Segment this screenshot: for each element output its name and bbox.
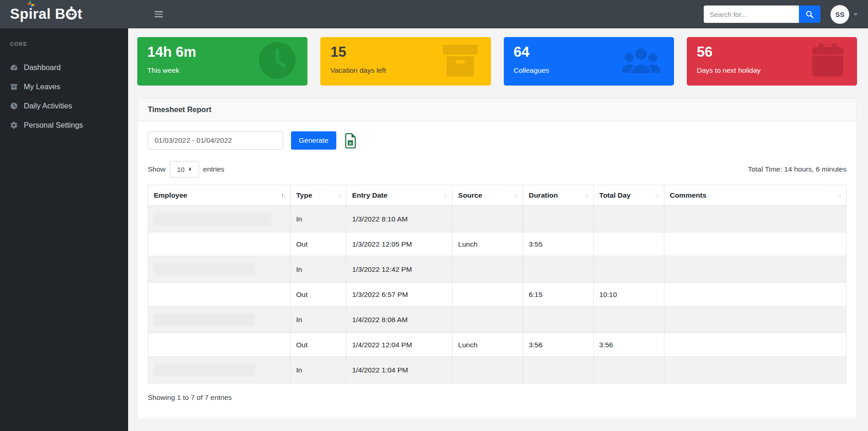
- column-label: Entry Date: [352, 191, 388, 199]
- sort-arrows-icon: ↑↓: [337, 192, 340, 199]
- column-label: Comments: [670, 191, 706, 199]
- sidebar-toggle-button[interactable]: [152, 8, 166, 20]
- cell-type: Out: [291, 232, 346, 256]
- cell-entry-date: 1/3/2022 6:57 PM: [346, 283, 453, 307]
- cell-duration: 3:56: [523, 333, 593, 357]
- redacted-employee-name: [154, 263, 255, 275]
- entries-label: entries: [203, 165, 225, 173]
- cell-duration: [523, 307, 593, 333]
- cell-source: Lunch: [453, 232, 523, 256]
- sort-arrows-icon: ↑↓: [584, 192, 588, 199]
- column-label: Type: [296, 191, 312, 199]
- cell-comments: [664, 357, 846, 383]
- stat-card-this-week: 14h 6mThis week: [137, 37, 307, 86]
- generate-button[interactable]: Generate: [291, 131, 336, 150]
- sidebar-item-label: My Leaves: [24, 82, 60, 91]
- cell-comments: [664, 256, 846, 283]
- cell-comments: [664, 206, 846, 232]
- search-bar: [704, 5, 820, 23]
- column-label: Employee: [154, 191, 187, 199]
- sidebar-item-daily-activities[interactable]: Daily Activities: [0, 96, 128, 115]
- column-label: Duration: [528, 191, 558, 199]
- column-header-source[interactable]: Source↑↓: [453, 185, 523, 206]
- cell-type: In: [291, 206, 346, 232]
- cell-duration: [523, 256, 593, 283]
- archive-icon: [10, 83, 18, 91]
- page-size-select[interactable]: 10 ▲▼: [170, 161, 199, 178]
- cell-entry-date: 1/3/2022 8:10 AM: [346, 206, 453, 232]
- cell-source: [453, 283, 523, 307]
- table-info-text: Showing 1 to 7 of 7 entries: [148, 393, 846, 408]
- sidebar-section-label: CORE: [0, 41, 128, 47]
- gear-icon: [10, 121, 18, 129]
- sidebar-item-personal-settings[interactable]: Personal Settings: [0, 115, 128, 135]
- stat-card-vacation-days-left: 15Vacation days left: [320, 37, 491, 86]
- cell-total-day: [593, 256, 664, 283]
- cell-entry-date: 1/4/2022 8:08 AM: [346, 307, 453, 333]
- sidebar-item-dashboard[interactable]: Dashboard: [0, 58, 128, 77]
- column-header-duration[interactable]: Duration↑↓: [523, 185, 593, 206]
- brand-text: t: [77, 6, 82, 22]
- cell-entry-date: 1/3/2022 12:42 PM: [346, 256, 453, 283]
- cell-total-day: [593, 232, 664, 256]
- table-row: In1/4/2022 1:04 PM: [148, 357, 846, 383]
- svg-text:X: X: [349, 140, 352, 145]
- gauge-icon: [10, 64, 18, 71]
- column-header-total-day[interactable]: Total Day↑↓: [593, 185, 664, 206]
- avatar: SS: [830, 5, 849, 24]
- main-content: Dashboard 14h 6mThis week15Vacation days…: [128, 0, 868, 418]
- cell-employee: [148, 307, 291, 333]
- page-size-value: 10: [177, 166, 185, 173]
- cell-type: In: [291, 307, 346, 333]
- search-button[interactable]: [799, 5, 820, 23]
- sidebar-item-label: Personal Settings: [24, 121, 83, 129]
- cell-duration: [523, 206, 593, 232]
- search-icon: [806, 11, 814, 18]
- sort-arrows-icon: ↑↓: [281, 192, 285, 199]
- table-row: Out1/3/2022 6:57 PM6:1510:10: [148, 283, 846, 307]
- user-menu[interactable]: SS: [830, 5, 858, 24]
- cell-type: Out: [291, 333, 346, 357]
- column-header-entry-date[interactable]: Entry Date↑↓: [346, 185, 453, 206]
- column-header-type[interactable]: Type↑↓: [291, 185, 346, 206]
- cell-total-day: 3:56: [593, 333, 664, 357]
- search-input[interactable]: [704, 5, 799, 23]
- cell-employee: [148, 206, 291, 232]
- cell-type: In: [291, 256, 346, 283]
- app-logo[interactable]: Sp iral Bt: [10, 6, 125, 22]
- box-icon: [441, 41, 480, 81]
- column-header-comments[interactable]: Comments↑↓: [664, 185, 846, 206]
- cell-comments: [664, 333, 846, 357]
- top-navbar: Sp iral Bt SS: [0, 0, 868, 28]
- cell-type: In: [291, 357, 346, 383]
- cell-source: Lunch: [453, 333, 523, 357]
- cell-source: [453, 206, 523, 232]
- stat-card-colleagues: 64Colleagues: [504, 37, 674, 86]
- stat-card-days-to-next-holiday: 56Days to next holiday: [687, 37, 857, 86]
- stat-cards-row: 14h 6mThis week15Vacation days left64Col…: [137, 37, 857, 86]
- timesheet-report-panel: Timesheet Report Generate X Show: [137, 98, 857, 418]
- clock-icon: [258, 41, 297, 81]
- excel-file-icon: X: [344, 133, 357, 149]
- brand-text: ral B: [33, 6, 65, 22]
- calendar-icon: [809, 41, 846, 81]
- chevron-down-icon: [853, 13, 858, 16]
- cell-employee: [148, 232, 291, 256]
- column-label: Total Day: [599, 191, 631, 199]
- table-row: Out1/3/2022 12:05 PMLunch3:55: [148, 232, 846, 256]
- sidebar-item-label: Daily Activities: [24, 102, 72, 110]
- date-range-input[interactable]: [148, 131, 283, 150]
- column-header-employee[interactable]: Employee↑↓: [148, 185, 291, 206]
- cell-comments: [664, 232, 846, 256]
- sort-arrows-icon: ↑↓: [837, 192, 841, 199]
- cell-source: [453, 307, 523, 333]
- export-excel-button[interactable]: X: [344, 133, 357, 149]
- sidebar-item-my-leaves[interactable]: My Leaves: [0, 77, 128, 96]
- table-row: In1/3/2022 12:42 PM: [148, 256, 846, 283]
- pinwheel-icon: [26, 0, 36, 9]
- sort-arrows-icon: ↑↓: [443, 192, 447, 199]
- total-time-text: Total Time: 14 hours, 6 minutes: [748, 165, 846, 173]
- cell-employee: [148, 283, 291, 307]
- show-label: Show: [148, 165, 166, 173]
- table-row: In1/4/2022 8:08 AM: [148, 307, 846, 333]
